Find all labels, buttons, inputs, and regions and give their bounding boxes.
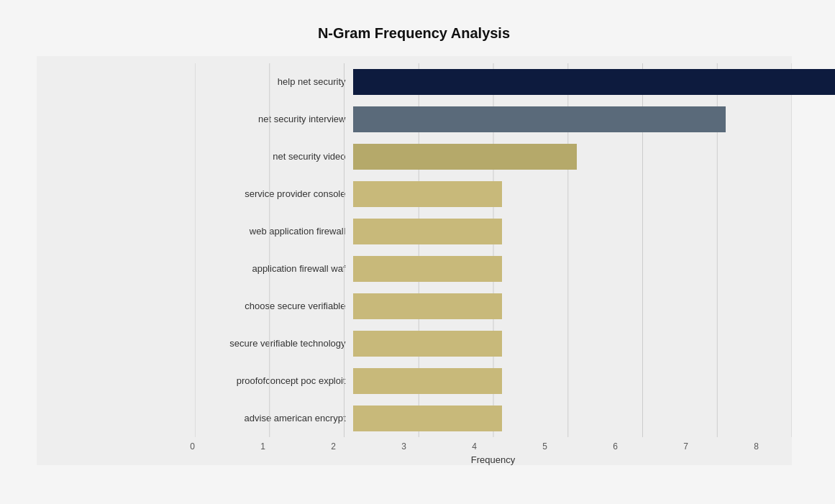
bar-label: application firewall waf <box>195 263 353 274</box>
x-tick: 7 <box>651 441 721 452</box>
bar-row: secure verifiable technology <box>195 325 792 362</box>
bar-row: advise american encrypt <box>195 400 792 437</box>
bar-track <box>353 175 792 213</box>
bar-label: secure verifiable technology <box>195 338 353 349</box>
x-tick: 5 <box>510 441 580 452</box>
bar <box>353 181 503 207</box>
bar-row: web application firewall <box>195 213 792 250</box>
bar-row: choose secure verifiable <box>195 288 792 325</box>
bar-label: proofofconcept poc exploit <box>195 375 353 386</box>
bar-label: net security video <box>195 151 353 162</box>
bar-track <box>353 101 792 138</box>
bar <box>353 368 503 394</box>
bar <box>353 144 577 170</box>
bar <box>353 331 503 357</box>
bar <box>353 219 503 244</box>
x-tick: 2 <box>298 441 369 452</box>
bar-track <box>353 325 792 362</box>
bar-label: help net security <box>195 76 353 87</box>
bar <box>353 106 726 132</box>
x-axis: 012345678 <box>37 441 792 452</box>
bar-track <box>353 63 836 101</box>
bar-row: help net security <box>195 63 792 101</box>
bar-label: advise american encrypt <box>195 413 353 423</box>
x-tick: 3 <box>369 441 439 452</box>
x-tick: 6 <box>580 441 651 452</box>
bar-label: web application firewall <box>195 226 353 237</box>
x-tick: 4 <box>439 441 510 452</box>
x-tick: 8 <box>721 441 792 452</box>
bar <box>353 406 503 431</box>
bar-track <box>353 362 792 400</box>
chart-area: help net securitynet security interviewn… <box>37 56 792 465</box>
x-axis-label: Frequency <box>37 454 792 465</box>
bar-track <box>353 213 792 250</box>
bar-track <box>353 400 792 437</box>
bar <box>353 69 836 95</box>
bar-label: choose secure verifiable <box>195 301 353 311</box>
bar-track <box>353 250 792 288</box>
bar <box>353 256 503 282</box>
x-tick: 0 <box>158 441 228 452</box>
chart-title: N-Gram Frequency Analysis <box>37 25 792 42</box>
bar-row: proofofconcept poc exploit <box>195 362 792 400</box>
bar-track <box>353 288 792 325</box>
bars-area: help net securitynet security interviewn… <box>37 63 792 437</box>
bar-row: application firewall waf <box>195 250 792 288</box>
bar-row: service provider console <box>195 175 792 213</box>
x-tick: 1 <box>228 441 298 452</box>
bar-label: service provider console <box>195 188 353 199</box>
bar <box>353 293 503 319</box>
bar-row: net security interview <box>195 101 792 138</box>
chart-container: N-Gram Frequency Analysis help net secur… <box>22 11 813 494</box>
bar-track <box>353 138 792 175</box>
bar-label: net security interview <box>195 114 353 124</box>
bar-row: net security video <box>195 138 792 175</box>
